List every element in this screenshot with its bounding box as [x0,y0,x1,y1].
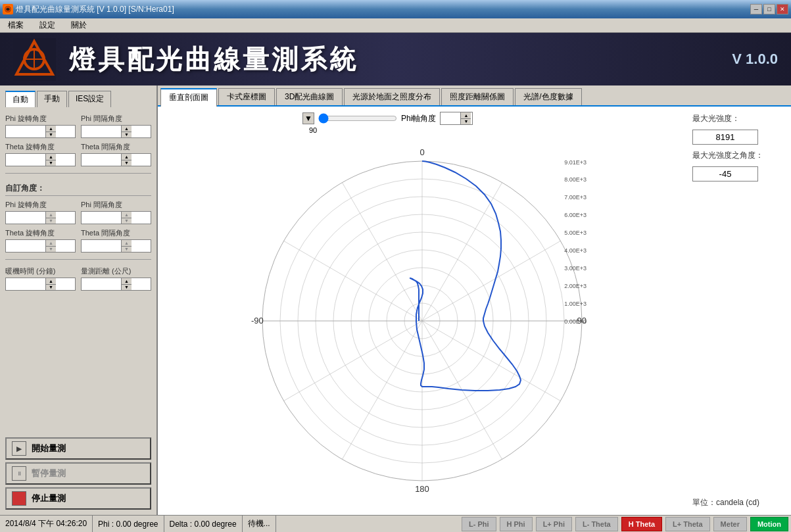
theta-interval-spinner: 5 ▲ ▼ [81,153,151,166]
phi-slider[interactable] [318,113,397,124]
phi-rotation-custom-input[interactable]: 0 [6,212,45,224]
menu-item-檔案[interactable]: 檔案 [3,18,29,32]
distance-down[interactable]: ▼ [121,285,132,291]
titlebar-buttons: ─ □ ✕ [750,4,788,14]
phi-rotation-down[interactable]: ▼ [45,132,56,138]
phi-axis-up[interactable]: ▲ [460,112,471,119]
btn-l-theta[interactable]: L- Theta [575,517,618,531]
titlebar-left: 燈具配光曲線量測系統 [V 1.0.0] [S/N:Hera01] [3,4,174,15]
phi-rotation-spin-buttons: ▲ ▼ [45,126,56,137]
theta-interval-input[interactable]: 5 [82,154,121,166]
theta-rotation-up[interactable]: ▲ [45,154,56,160]
phi-rotation-input[interactable]: 90 [6,126,45,137]
stop-label: 停止量測 [32,493,66,504]
logo [13,38,56,81]
phi-interval-custom-label: Phi 間隔角度 [81,200,151,210]
titlebar: 燈具配光曲線量測系統 [V 1.0.0] [S/N:Hera01] ─ □ ✕ [0,0,791,18]
theta-rotation-custom-spin-buttons: ▲ ▼ [45,240,56,252]
theta-rotation-custom-input[interactable]: 0 [6,240,45,252]
distance-field: 量測距離 (公尺) 5 ▲ ▼ [81,266,151,291]
phi-interval-spin-buttons: ▲ ▼ [121,126,132,137]
status-phi: Phi : 0.00 degree [93,516,164,532]
phi-axis-value-spinner: 0 ▲ ▼ [440,112,473,125]
minimize-button[interactable]: ─ [750,4,762,14]
phi-rotation-up[interactable]: ▲ [45,126,56,132]
btn-l-phi[interactable]: L- Phi [462,517,496,531]
svg-text:6.00E+3: 6.00E+3 [564,212,587,218]
warmup-down[interactable]: ▼ [45,285,56,291]
tab-illuminance-relation[interactable]: 照度距離關係圖 [441,88,514,105]
phi-interval-down[interactable]: ▼ [121,132,132,138]
theta-rotation-custom-up[interactable]: ▲ [45,240,56,247]
menu-item-關於[interactable]: 關於 [66,18,92,32]
theta-interval-down[interactable]: ▼ [121,160,132,166]
tab-3d[interactable]: 3D配光曲線圖 [276,88,343,105]
svg-text:3.00E+3: 3.00E+3 [564,265,587,272]
theta-rotation-label: Theta 旋轉角度 [5,142,76,152]
tab-manual[interactable]: 手動 [37,91,67,107]
tab-cartesian[interactable]: 卡式座標圖 [218,88,275,105]
theta-interval-custom-down[interactable]: ▼ [121,247,132,253]
phi-interval-field: Phi 間隔角度 90 ▲ ▼ [81,114,151,138]
tab-ies[interactable]: IES設定 [68,91,111,107]
btn-motion[interactable]: Motion [750,517,788,531]
btn-lplus-theta[interactable]: L+ Theta [665,517,710,531]
close-button[interactable]: ✕ [777,4,788,14]
phi-marker: ▼ [302,112,314,124]
warmup-input[interactable]: 0 [6,278,45,290]
theta-interval-custom-input[interactable]: 1 [82,240,121,252]
theta-custom-row: Theta 旋轉角度 0 ▲ ▼ Theta 間隔角度 1 ▲ ▼ [5,228,151,253]
theta-interval-custom-up[interactable]: ▲ [121,240,132,247]
phi-interval-up[interactable]: ▲ [121,126,132,132]
warmup-spin-buttons: ▲ ▼ [45,278,56,290]
tab-vertical[interactable]: 垂直剖面圖 [160,88,217,107]
tab-auto[interactable]: 自動 [5,91,36,107]
tab-illuminance-dist[interactable]: 光源於地面之照度分布 [344,88,440,105]
warmup-up[interactable]: ▲ [45,278,56,285]
phi-interval-input[interactable]: 90 [82,126,121,137]
play-icon [12,441,26,456]
btn-h-theta[interactable]: H Theta [621,517,662,531]
svg-text:7.00E+3: 7.00E+3 [564,194,587,201]
distance-spin-buttons: ▲ ▼ [121,278,132,290]
tab-spectrum[interactable]: 光譜/色度數據 [515,88,581,105]
pause-button[interactable]: 暫停量測 [5,462,151,485]
btn-meter[interactable]: Meter [713,517,747,531]
distance-input[interactable]: 5 [82,278,121,290]
svg-text:2.00E+3: 2.00E+3 [564,283,587,289]
phi-axis-down[interactable]: ▼ [460,119,471,125]
svg-text:0.00E+0: 0.00E+0 [564,318,587,325]
phi-rotation-custom-down[interactable]: ▼ [45,218,56,224]
menu-item-設定[interactable]: 設定 [34,18,60,32]
theta-rotation-input[interactable]: +/- 90 [6,154,45,166]
header-version: V 1.0.0 [732,51,778,68]
theta-rotation-field: Theta 旋轉角度 +/- 90 ▲ ▼ [5,142,76,166]
phi-rotation-custom-up[interactable]: ▲ [45,212,56,218]
theta-rotation-custom-down[interactable]: ▼ [45,247,56,253]
theta-rotation-down[interactable]: ▼ [45,160,56,166]
phi-axis-spin-buttons: ▲ ▼ [460,112,471,124]
distance-spinner: 5 ▲ ▼ [81,278,151,291]
start-button[interactable]: 開始量測 [5,437,151,460]
theta-interval-field: Theta 間隔角度 5 ▲ ▼ [81,142,151,166]
phi-interval-custom-input[interactable]: 1 [82,212,121,224]
svg-text:1.00E+3: 1.00E+3 [564,301,587,307]
phi-interval-custom-down[interactable]: ▼ [121,218,132,224]
svg-text:8.00E+3: 8.00E+3 [564,176,587,183]
btn-lplus-phi[interactable]: L+ Phi [536,517,572,531]
warmup-spinner: 0 ▲ ▼ [5,278,76,291]
distance-up[interactable]: ▲ [121,278,132,285]
phi-axis-label: Phi軸角度 [401,113,436,124]
phi-interval-custom-up[interactable]: ▲ [121,212,132,218]
theta-interval-up[interactable]: ▲ [121,154,132,160]
phi-rotation-custom-field: Phi 旋轉角度 0 ▲ ▼ [5,200,76,224]
maximize-button[interactable]: □ [763,4,775,14]
status-datetime: 2014/8/4 下午 04:26:20 [0,516,93,532]
max-angle-value: -45 [692,166,758,181]
btn-h-phi[interactable]: H Phi [500,517,533,531]
phi-axis-value-input[interactable]: 0 [441,112,460,124]
theta-rotation-custom-field: Theta 旋轉角度 0 ▲ ▼ [5,228,76,253]
stop-button[interactable]: 停止量測 [5,487,151,510]
pause-label: 暫停量測 [32,468,66,479]
info-panel: 最大光強度： 8191 最大光強度之角度： -45 單位：candela (cd… [686,107,791,515]
